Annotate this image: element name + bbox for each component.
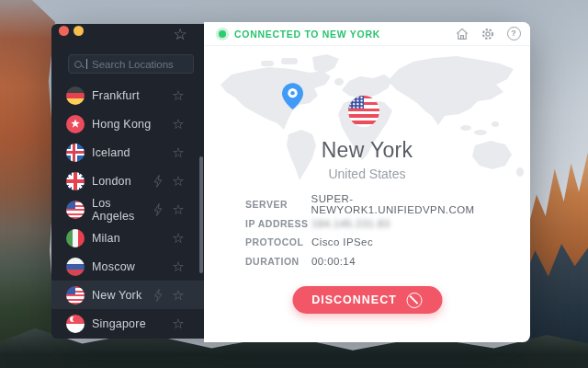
location-name: Singapore [92,317,153,330]
location-row[interactable]: Frankfurt ☆ [51,81,204,109]
favorite-star-icon[interactable]: ☆ [171,316,186,331]
favorite-star-icon[interactable]: ☆ [171,202,186,217]
location-name: London [92,175,153,188]
location-flag-icon [66,258,85,276]
location-row[interactable]: Moscow ☆ [51,252,204,281]
location-row[interactable]: Iceland ☆ [51,138,204,167]
close-button[interactable] [59,26,69,36]
locations-sidebar: ☆ Frankfurt ☆ Hong Kong ☆ Iceland ☆ Lond… [51,24,204,339]
location-name: Iceland [92,146,153,159]
wallpaper-peaks-right [527,152,588,294]
favorite-star-icon[interactable]: ☆ [171,88,186,103]
location-row[interactable]: Hong Kong ☆ [51,109,204,138]
favorite-star-icon[interactable]: ☆ [171,117,186,132]
location-row[interactable]: Los Angeles ☆ [51,195,204,224]
bolt-icon [153,203,163,216]
detail-label: DURATION [245,256,311,267]
location-row[interactable]: New York ☆ [51,281,204,309]
detail-value: 00:00:14 [311,256,356,267]
detail-label: SERVER [245,199,311,210]
us-flag-icon [348,96,379,127]
wallpaper-cliff-right [522,237,588,368]
detail-row: DURATION 00:00:14 [245,256,515,267]
disconnect-button[interactable]: DISCONNECT [292,286,442,314]
text-cursor [86,59,87,69]
detail-row: SERVER SUPER-NEWYORK1.UNIFIEDVPN.COM [245,199,515,210]
search-box[interactable] [68,54,194,74]
location-flag-icon [66,315,85,333]
detail-label: IP ADDRESS [245,218,311,229]
detail-row: PROTOCOL Cisco IPSec [245,236,515,247]
disconnect-label: DISCONNECT [311,293,397,306]
connected-city: New York [204,138,530,163]
connection-status-text: CONNECTED TO NEW YORK [234,29,455,40]
detail-value: Cisco IPSec [311,236,373,247]
location-flag-icon [66,86,85,105]
location-flag-icon [66,201,85,219]
favorites-filter-star-icon[interactable]: ☆ [170,25,190,45]
window-controls [59,26,84,36]
detail-value: SUPER-NEWYORK1.UNIFIEDVPN.COM [311,193,515,215]
detail-label: PROTOCOL [245,236,311,247]
location-list: Frankfurt ☆ Hong Kong ☆ Iceland ☆ London… [51,81,204,338]
search-icon [74,61,82,68]
map-location-pin-icon [282,83,303,113]
detail-value: 184.145.231.83 [311,218,390,229]
favorite-star-icon[interactable]: ☆ [171,231,186,246]
location-flag-icon [66,286,85,305]
location-flag-icon [66,144,85,162]
location-name: Los Angeles [92,197,153,223]
wallpaper-cliff-left [0,0,55,368]
help-icon[interactable]: ? [506,27,521,41]
favorite-star-icon[interactable]: ☆ [171,174,186,189]
location-row[interactable]: London ☆ [51,167,204,195]
bolt-icon [153,289,163,302]
location-name: New York [92,289,153,302]
location-flag-icon [66,115,85,133]
location-name: Hong Kong [92,118,153,131]
slash-circle-icon [407,293,423,308]
connected-status-dot [219,30,226,38]
connection-details: SERVER SUPER-NEWYORK1.UNIFIEDVPN.COM IP … [245,199,515,267]
connection-header: CONNECTED TO NEW YORK ? [204,22,530,46]
sidebar-scrollbar[interactable] [199,156,203,273]
vpn-app-window: ☆ Frankfurt ☆ Hong Kong ☆ Iceland ☆ Lond… [51,22,530,342]
settings-gear-icon[interactable] [481,27,495,41]
favorite-star-icon[interactable]: ☆ [171,288,186,303]
connection-panel: CONNECTED TO NEW YORK ? [204,22,530,342]
detail-row: IP ADDRESS 184.145.231.83 [245,218,515,229]
location-name: Moscow [92,260,153,273]
location-name: Frankfurt [92,89,153,102]
location-row[interactable]: Milan ☆ [51,224,204,252]
home-icon[interactable] [455,27,469,41]
bolt-icon [153,175,163,188]
minimize-button[interactable] [74,26,84,36]
location-flag-icon [66,172,85,190]
search-input[interactable] [92,59,187,70]
location-row[interactable]: Singapore ☆ [51,309,204,338]
favorite-star-icon[interactable]: ☆ [171,145,186,160]
location-name: Milan [92,232,153,245]
location-flag-icon [66,229,85,247]
favorite-star-icon[interactable]: ☆ [171,259,186,274]
connected-country: United States [204,167,530,181]
